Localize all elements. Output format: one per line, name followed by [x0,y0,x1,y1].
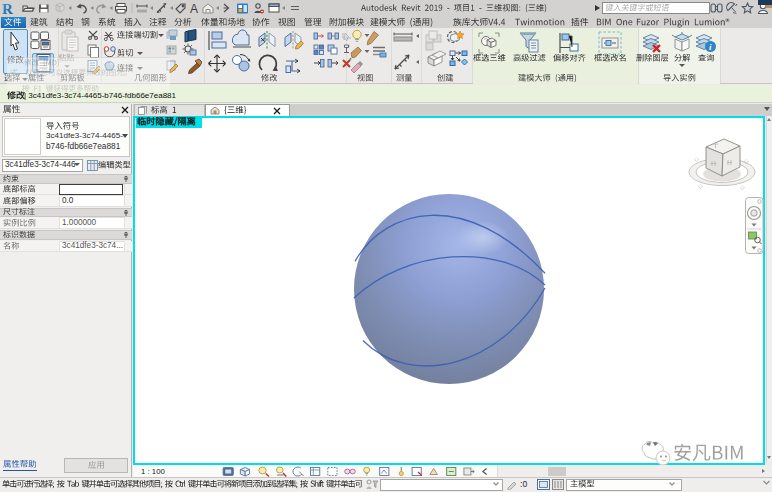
svg-text:A: A [190,2,198,16]
svg-text:◇: ◇ [740,184,745,190]
svg-text:R: R [2,1,13,17]
svg-text:◇: ◇ [744,158,749,164]
svg-text:◇: ◇ [698,183,703,189]
svg-text:◇: ◇ [694,156,699,162]
